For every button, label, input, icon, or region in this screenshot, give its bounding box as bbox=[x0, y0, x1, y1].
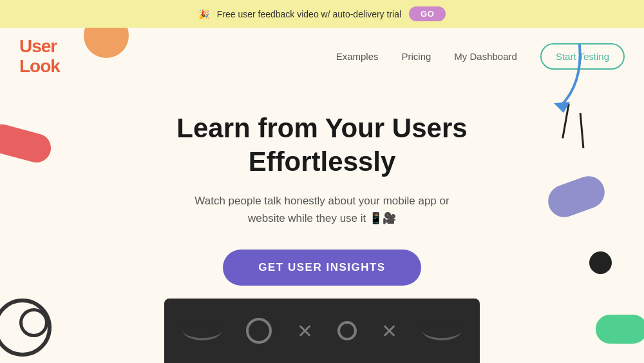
hero-section: Learn from Your Users Effortlessly Watch… bbox=[0, 86, 644, 305]
doodle-circle2 bbox=[337, 321, 357, 340]
start-testing-button[interactable]: Start Testing bbox=[540, 43, 625, 70]
logo-line2: Look bbox=[19, 57, 60, 77]
doodle-wave2 bbox=[422, 321, 461, 340]
hero-title: Learn from Your Users Effortlessly bbox=[129, 112, 515, 179]
announcement-banner: 🎉 Free user feedback video w/ auto-deliv… bbox=[0, 0, 644, 28]
video-doodle: ✕ ✕ bbox=[164, 299, 480, 363]
nav-examples[interactable]: Examples bbox=[336, 51, 379, 62]
video-preview: ✕ ✕ bbox=[164, 299, 480, 363]
doodle-x: ✕ bbox=[297, 320, 313, 342]
navbar: User Look Examples Pricing My Dashboard … bbox=[0, 28, 644, 86]
logo[interactable]: User Look bbox=[19, 37, 60, 77]
logo-line1: User bbox=[19, 37, 60, 57]
decorative-shape-green bbox=[596, 315, 644, 344]
nav-pricing[interactable]: Pricing bbox=[401, 51, 431, 62]
hero-subtitle: Watch people talk honestly about your mo… bbox=[193, 192, 451, 227]
nav-links: Examples Pricing My Dashboard Start Test… bbox=[336, 43, 625, 70]
banner-emoji: 🎉 bbox=[198, 9, 209, 19]
doodle-circle bbox=[246, 318, 272, 344]
doodle-x2: ✕ bbox=[381, 320, 397, 342]
banner-text: Free user feedback video w/ auto-deliver… bbox=[217, 9, 401, 19]
nav-dashboard[interactable]: My Dashboard bbox=[454, 51, 517, 62]
doodle-wave bbox=[183, 321, 222, 340]
decorative-circle-outline-small bbox=[19, 308, 48, 337]
go-button[interactable]: GO bbox=[409, 6, 446, 21]
cta-button[interactable]: GET USER INSIGHTS bbox=[223, 250, 421, 286]
decorative-circle-outline bbox=[0, 299, 52, 357]
